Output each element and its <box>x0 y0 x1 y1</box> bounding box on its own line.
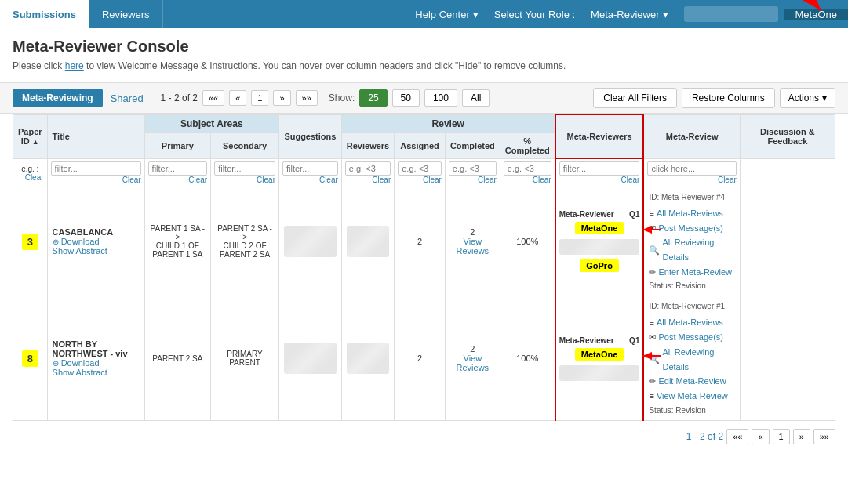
select-role-label: Select Your Role : <box>488 9 581 20</box>
filter-primary-input[interactable] <box>148 161 208 176</box>
nav-search-input[interactable] <box>684 6 778 22</box>
show-25-button[interactable]: 25 <box>359 89 387 107</box>
instructions-link[interactable]: here <box>65 60 84 71</box>
help-center-menu[interactable]: Help Center ▾ <box>406 9 487 20</box>
filter-assigned-input[interactable] <box>398 161 442 176</box>
actions-dropdown-button[interactable]: Actions ▾ <box>780 88 835 108</box>
show-50-button[interactable]: 50 <box>392 89 420 107</box>
cell-secondary-3: PARENT 2 SA ->CHILD 2 OF PARENT 2 SA <box>211 187 279 296</box>
footer-pagination-info: 1 - 2 of 2 <box>686 431 723 442</box>
filter-assigned-clear[interactable]: Clear <box>398 176 442 184</box>
data-table-container: Paper ID ▲ Title Subject Areas Suggestio… <box>0 114 848 421</box>
cell-title-8: NORTH BY NORTHWEST - viv ⊕ Download Show… <box>47 296 144 420</box>
post-message-link-8[interactable]: Post Message(s) <box>658 330 723 345</box>
filter-suggestions-input[interactable] <box>282 161 338 176</box>
paper-id-badge-8: 8 <box>22 350 38 367</box>
meta-reviewer-label-8: Meta-Reviewer <box>559 336 614 345</box>
footer-pagination: 1 - 2 of 2 «« « 1 » »» <box>0 421 848 452</box>
restore-columns-button[interactable]: Restore Columns <box>682 88 775 108</box>
filter-suggestions-clear[interactable]: Clear <box>282 176 338 184</box>
abstract-link-8[interactable]: Show Abstract <box>53 368 107 377</box>
filter-reviewers-clear[interactable]: Clear <box>345 176 391 184</box>
all-meta-reviews-link-3[interactable]: All Meta-Reviews <box>657 206 723 221</box>
list-icon: ≡ <box>649 206 653 221</box>
meta-reviewer-id-8: ID: Meta-Reviewer #1 <box>649 299 725 313</box>
abstract-link-3[interactable]: Show Abstract <box>53 246 107 256</box>
first-page-button[interactable]: «« <box>202 90 224 106</box>
cell-primary-8: PARENT 2 SA <box>144 296 211 420</box>
status-badge-3: Status: Revision <box>649 279 705 292</box>
nav-tab-reviewers[interactable]: Reviewers <box>89 0 163 28</box>
filter-pct-input[interactable] <box>504 161 551 176</box>
filter-metareview-input[interactable] <box>647 161 736 176</box>
clear-filters-button[interactable]: Clear All Filters <box>593 88 677 108</box>
edit-icon-8: ✏ <box>649 374 656 389</box>
meta-reviewer-q-3: Q1 <box>629 210 639 219</box>
view-meta-review-link-8[interactable]: View Meta-Review <box>657 389 728 404</box>
all-meta-reviews-link-8[interactable]: All Meta-Reviews <box>657 315 723 330</box>
last-page-button[interactable]: »» <box>296 90 318 106</box>
table-row: 8 NORTH BY NORTHWEST - viv ⊕ Download Sh… <box>13 296 835 420</box>
download-icon-8: ⊕ <box>53 359 59 368</box>
cell-metarev-8: Meta-Reviewer Q1 MetaOne <box>555 296 644 420</box>
filter-reviewers-input[interactable] <box>345 161 391 176</box>
filter-completed-clear[interactable]: Clear <box>449 176 497 184</box>
footer-prev-button[interactable]: « <box>752 429 769 444</box>
filter-metarev-input[interactable] <box>559 161 640 176</box>
filter-metareview-clear[interactable]: Clear <box>647 176 736 184</box>
status-badge-8: Status: Revision <box>649 404 705 417</box>
footer-last-button[interactable]: »» <box>813 429 835 444</box>
footer-next-button[interactable]: » <box>793 429 810 444</box>
cell-discussion-8 <box>740 296 835 420</box>
edit-icon: ✏ <box>649 265 656 280</box>
post-message-link-3[interactable]: Post Message(s) <box>658 221 723 236</box>
filter-pct-clear[interactable]: Clear <box>504 176 551 184</box>
all-reviewing-details-link-3[interactable]: All Reviewing Details <box>662 235 734 264</box>
col-header-paperid: Paper ID ▲ <box>13 114 48 158</box>
col-group-subject-areas: Subject Areas <box>144 114 278 132</box>
meta-reviewing-tab-button[interactable]: Meta-Reviewing <box>13 89 103 107</box>
show-all-button[interactable]: All <box>462 89 490 107</box>
cell-title-3: CASABLANCA ⊕ Download Show Abstract <box>47 187 144 296</box>
submissions-table: Paper ID ▲ Title Subject Areas Suggestio… <box>13 114 835 421</box>
filter-completed-input[interactable] <box>449 161 497 176</box>
filter-primary-clear[interactable]: Clear <box>148 176 208 184</box>
cell-paperid-8: 8 <box>13 296 48 420</box>
footer-page-button[interactable]: 1 <box>773 429 790 444</box>
filter-secondary-input[interactable] <box>214 161 275 176</box>
view-reviews-link-8[interactable]: View Reviews <box>457 354 490 372</box>
cell-suggestions-3 <box>278 187 341 296</box>
col-header-secondary: Secondary <box>211 132 279 158</box>
message-icon-8: ✉ <box>649 330 656 345</box>
footer-first-button[interactable]: «« <box>726 429 748 444</box>
filter-title-clear[interactable]: Clear <box>51 176 141 184</box>
filter-metarev-clear[interactable]: Clear <box>559 176 640 184</box>
cell-pct-8: 100% <box>500 296 555 420</box>
filter-secondary-clear[interactable]: Clear <box>214 176 275 184</box>
download-link-8[interactable]: Download <box>61 358 100 368</box>
col-header-discussion: Discussion & Feedback <box>740 114 835 158</box>
view-reviews-link-3[interactable]: View Reviews <box>457 237 490 256</box>
page-number-button[interactable]: 1 <box>251 90 268 106</box>
user-menu[interactable]: MetaOne <box>784 9 848 20</box>
col-header-primary: Primary <box>144 132 211 158</box>
enter-meta-review-link-3[interactable]: Enter Meta-Review <box>658 265 732 280</box>
edit-meta-review-link-8[interactable]: Edit Meta-Review <box>658 374 726 389</box>
download-icon: ⊕ <box>53 237 59 246</box>
cell-pct-3: 100% <box>500 187 555 296</box>
filter-title-input[interactable] <box>51 161 141 176</box>
role-selector[interactable]: Meta-Reviewer ▾ <box>581 9 677 20</box>
next-page-button[interactable]: » <box>273 90 290 106</box>
shared-tab-button[interactable]: Shared <box>107 92 147 104</box>
cell-suggestions-8 <box>278 296 341 420</box>
filter-paperid-clear[interactable]: Clear <box>16 173 44 182</box>
download-link-3[interactable]: Download <box>61 237 100 246</box>
cell-assigned-8: 2 <box>395 296 446 420</box>
cell-reviewers-8 <box>341 296 394 420</box>
filter-title[interactable]: Clear <box>47 158 144 187</box>
show-100-button[interactable]: 100 <box>424 89 457 107</box>
nav-tab-submissions[interactable]: Submissions <box>0 0 89 28</box>
table-row: 3 CASABLANCA ⊕ Download Show Abstract PA… <box>13 187 835 296</box>
prev-page-button[interactable]: « <box>229 90 246 106</box>
all-reviewing-details-link-8[interactable]: All Reviewing Details <box>662 345 734 374</box>
